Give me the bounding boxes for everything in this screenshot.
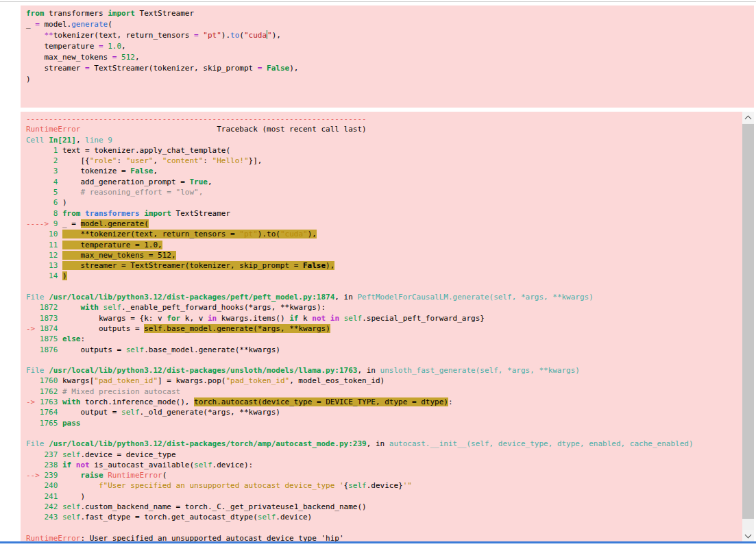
chevron-down-icon: [745, 532, 752, 539]
output-scrollbar[interactable]: [742, 112, 754, 541]
error-traceback-output: ----------------------------------------…: [21, 112, 742, 541]
chevron-up-icon: [745, 116, 752, 123]
code-cell-editor[interactable]: from transformers import TextStreamer_ =…: [21, 5, 754, 108]
cell-focus-border: [0, 541, 756, 543]
scrollbar-up-button[interactable]: [742, 112, 754, 123]
traceback-content: ----------------------------------------…: [21, 112, 742, 543]
scrollbar-thumb[interactable]: [742, 124, 754, 519]
top-border-line: [0, 1, 756, 2]
code-editor-content[interactable]: from transformers import TextStreamer_ =…: [21, 5, 754, 85]
scrollbar-down-button[interactable]: [742, 530, 754, 541]
